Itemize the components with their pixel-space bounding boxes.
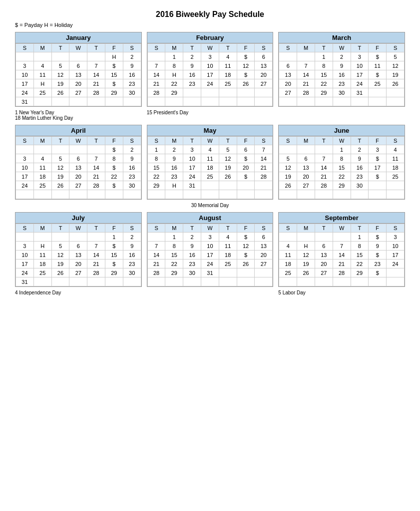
calendar-cell (183, 97, 201, 106)
calendar-cell (123, 97, 141, 106)
calendar-cell: 3 (201, 233, 219, 242)
calendar-table-september: SMTWTFS1$34H6789101112131415$17181920212… (279, 224, 405, 286)
day-header: T (51, 137, 69, 145)
calendar-cell (255, 88, 273, 97)
calendar-cell: 13 (297, 163, 315, 172)
calendar-cell: 21 (147, 79, 165, 88)
calendar-cell: 25 (219, 79, 237, 88)
calendar-cell: 11 (219, 61, 237, 70)
calendar-cell: 7 (333, 242, 351, 251)
calendar-cell: 12 (51, 70, 69, 79)
calendar-cell (279, 97, 297, 106)
day-header: S (387, 224, 405, 233)
month-header-april: April (15, 125, 141, 136)
calendar-cell: 15 (333, 163, 351, 172)
calendar-cell (315, 97, 333, 106)
day-header: T (183, 137, 201, 145)
calendar-cell: 31 (201, 268, 219, 277)
calendar-cell: 29 (165, 88, 183, 97)
calendar-cell: 28 (147, 88, 165, 97)
calendar-cell: 3 (369, 145, 387, 154)
calendar-cell: 4 (33, 61, 51, 70)
calendar-cell: 6 (315, 242, 333, 251)
calendar-cell (333, 233, 351, 242)
calendar-cell: 14 (87, 70, 105, 79)
calendar-cell (51, 190, 69, 199)
calendar-cell (165, 190, 183, 199)
calendar-cell: 1 (165, 52, 183, 61)
calendar-cell: 4 (279, 242, 297, 251)
calendar-cell: 16 (123, 251, 141, 259)
calendar-cell: 7 (87, 242, 105, 251)
calendar-cell: 6 (255, 52, 273, 61)
calendar-cell: 23 (123, 172, 141, 181)
calendar-cell: 29 (333, 181, 351, 190)
calendar-cell (237, 88, 255, 97)
calendar-cell: 21 (147, 259, 165, 268)
calendar-cell: 12 (237, 61, 255, 70)
calendar-cell: 21 (315, 172, 333, 181)
calendar-cell (219, 268, 237, 277)
calendar-cell: 12 (297, 251, 315, 259)
calendar-cell (69, 52, 87, 61)
calendar-cell: 11 (219, 242, 237, 251)
calendar-cell: 24 (201, 79, 219, 88)
calendar-cell (16, 233, 34, 242)
calendar-cell (297, 97, 315, 106)
calendar-cell: 18 (219, 70, 237, 79)
day-header: S (255, 44, 273, 52)
calendar-cell (297, 190, 315, 199)
calendar-cell: H (33, 79, 51, 88)
calendar-cell (387, 181, 405, 190)
calendar-cell: 10 (183, 154, 201, 163)
calendar-cell (279, 277, 297, 286)
calendar-cell: 18 (33, 259, 51, 268)
month-header-february: February (147, 32, 273, 43)
calendar-cell: 2 (333, 52, 351, 61)
calendar-cell: 6 (237, 145, 255, 154)
calendar-cell: 29 (315, 88, 333, 97)
day-header: S (279, 44, 297, 52)
calendar-cell (105, 277, 123, 286)
calendar-cell: 24 (16, 268, 34, 277)
day-header: F (105, 224, 123, 233)
calendar-cell: 3 (201, 52, 219, 61)
calendar-cell: 26 (237, 259, 255, 268)
calendar-cell: 5 (51, 61, 69, 70)
calendar-cell (201, 97, 219, 106)
calendar-cell: 28 (147, 268, 165, 277)
calendar-cell (147, 190, 165, 199)
calendar-cell: 7 (147, 61, 165, 70)
calendar-cell (255, 97, 273, 106)
calendar-cell: 13 (69, 251, 87, 259)
calendar-cell: 3 (183, 145, 201, 154)
month-notes-august (147, 290, 274, 295)
calendar-cell: 25 (33, 88, 51, 97)
day-header: T (219, 44, 237, 52)
month-notes-february: 15 President's Day (147, 110, 274, 121)
calendar-cell: 11 (33, 251, 51, 259)
calendar-cell: 12 (237, 242, 255, 251)
calendar-cell: 8 (165, 61, 183, 70)
calendar-cell: 28 (87, 268, 105, 277)
calendar-cell (69, 145, 87, 154)
calendar-cell: 14 (147, 251, 165, 259)
calendar-cell: 22 (315, 79, 333, 88)
calendar-cell: 16 (183, 251, 201, 259)
calendar-cell: 11 (33, 70, 51, 79)
day-header: T (87, 137, 105, 145)
calendar-cell: 3 (387, 233, 405, 242)
calendar-cell (87, 145, 105, 154)
calendar-cell: $ (237, 233, 255, 242)
calendar-cell: 19 (297, 259, 315, 268)
calendar-cell (147, 97, 165, 106)
calendar-cell: 20 (279, 79, 297, 88)
calendar-cell: 7 (87, 61, 105, 70)
calendar-cell (237, 97, 255, 106)
calendar-cell: 31 (351, 88, 369, 97)
calendar-cell: 31 (16, 277, 34, 286)
calendar-cell: 30 (183, 268, 201, 277)
calendar-cell: 5 (279, 154, 297, 163)
calendar-cell: 29 (105, 88, 123, 97)
calendar-cell: 31 (183, 181, 201, 190)
